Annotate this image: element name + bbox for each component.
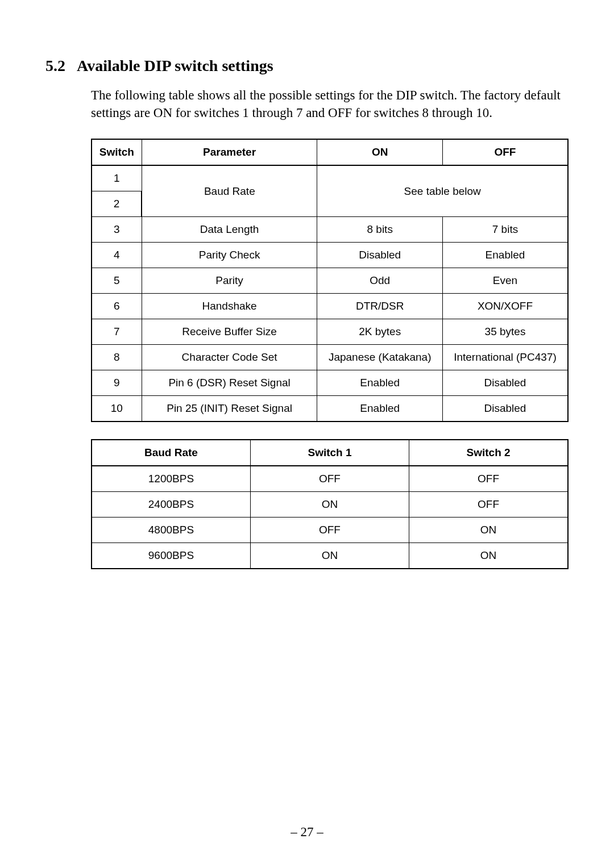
cell-on: Disabled: [317, 243, 443, 268]
cell-sw2: OFF: [409, 492, 568, 518]
cell-see-below: See table below: [317, 165, 568, 217]
cell-param: Parity Check: [142, 243, 317, 268]
cell-baud: 2400BPS: [92, 492, 250, 518]
cell-baud: 4800BPS: [92, 518, 250, 543]
cell-switch: 8: [92, 345, 142, 370]
cell-on: Enabled: [317, 396, 443, 422]
table-header-row: Baud Rate Switch 1 Switch 2: [92, 440, 568, 466]
table-row: 9 Pin 6 (DSR) Reset Signal Enabled Disab…: [92, 370, 568, 396]
cell-sw1: OFF: [250, 466, 409, 492]
intro-paragraph: The following table shows all the possib…: [91, 86, 569, 122]
cell-switch: 9: [92, 370, 142, 396]
table-row: 9600BPS ON ON: [92, 543, 568, 569]
cell-switch: 7: [92, 319, 142, 345]
table-row: 3 Data Length 8 bits 7 bits: [92, 217, 568, 243]
page-number: – 27 –: [0, 825, 614, 840]
dip-switch-table: Switch Parameter ON OFF 1 Baud Rate See …: [91, 139, 569, 422]
cell-switch: 6: [92, 294, 142, 319]
cell-baud: 1200BPS: [92, 466, 250, 492]
header-parameter: Parameter: [142, 139, 317, 165]
table-row: 1 Baud Rate See table below: [92, 165, 568, 191]
table-row: 6 Handshake DTR/DSR XON/XOFF: [92, 294, 568, 319]
cell-sw2: OFF: [409, 466, 568, 492]
header-switch: Switch: [92, 139, 142, 165]
cell-off: XON/XOFF: [442, 294, 568, 319]
cell-on: DTR/DSR: [317, 294, 443, 319]
table-header-row: Switch Parameter ON OFF: [92, 139, 568, 165]
cell-param: Pin 6 (DSR) Reset Signal: [142, 370, 317, 396]
cell-off: Disabled: [442, 396, 568, 422]
cell-param: Parity: [142, 268, 317, 294]
cell-switch: 3: [92, 217, 142, 243]
cell-param: Pin 25 (INIT) Reset Signal: [142, 396, 317, 422]
cell-sw1: OFF: [250, 518, 409, 543]
table-row: 8 Character Code Set Japanese (Katakana)…: [92, 345, 568, 370]
cell-sw1: ON: [250, 492, 409, 518]
cell-sw2: ON: [409, 543, 568, 569]
header-switch-1: Switch 1: [250, 440, 409, 466]
cell-on: 2K bytes: [317, 319, 443, 345]
cell-off: International (PC437): [442, 345, 568, 370]
table-row: 4800BPS OFF ON: [92, 518, 568, 543]
header-baud-rate: Baud Rate: [92, 440, 250, 466]
section-number: 5.2: [45, 57, 65, 75]
baud-rate-table: Baud Rate Switch 1 Switch 2 1200BPS OFF …: [91, 439, 569, 569]
cell-param: Handshake: [142, 294, 317, 319]
header-on: ON: [317, 139, 443, 165]
cell-sw1: ON: [250, 543, 409, 569]
cell-param: Receive Buffer Size: [142, 319, 317, 345]
cell-switch-2: 2: [92, 191, 142, 217]
table-row: 4 Parity Check Disabled Enabled: [92, 243, 568, 268]
cell-sw2: ON: [409, 518, 568, 543]
cell-on: Japanese (Katakana): [317, 345, 443, 370]
table-row: 1200BPS OFF OFF: [92, 466, 568, 492]
cell-off: 7 bits: [442, 217, 568, 243]
cell-switch-1: 1: [92, 165, 142, 191]
cell-off: Disabled: [442, 370, 568, 396]
table-row: 7 Receive Buffer Size 2K bytes 35 bytes: [92, 319, 568, 345]
cell-switch: 10: [92, 396, 142, 422]
table-row: 5 Parity Odd Even: [92, 268, 568, 294]
cell-baud-rate-param: Baud Rate: [142, 165, 317, 217]
table-row: 10 Pin 25 (INIT) Reset Signal Enabled Di…: [92, 396, 568, 422]
cell-switch: 4: [92, 243, 142, 268]
cell-off: Even: [442, 268, 568, 294]
cell-baud: 9600BPS: [92, 543, 250, 569]
cell-switch: 5: [92, 268, 142, 294]
cell-param: Character Code Set: [142, 345, 317, 370]
cell-on: Enabled: [317, 370, 443, 396]
cell-off: 35 bytes: [442, 319, 568, 345]
section-heading: 5.2 Available DIP switch settings: [45, 57, 569, 75]
header-switch-2: Switch 2: [409, 440, 568, 466]
cell-param: Data Length: [142, 217, 317, 243]
cell-off: Enabled: [442, 243, 568, 268]
table-row: 2400BPS ON OFF: [92, 492, 568, 518]
cell-on: Odd: [317, 268, 443, 294]
cell-on: 8 bits: [317, 217, 443, 243]
section-title: Available DIP switch settings: [77, 57, 569, 75]
header-off: OFF: [442, 139, 568, 165]
